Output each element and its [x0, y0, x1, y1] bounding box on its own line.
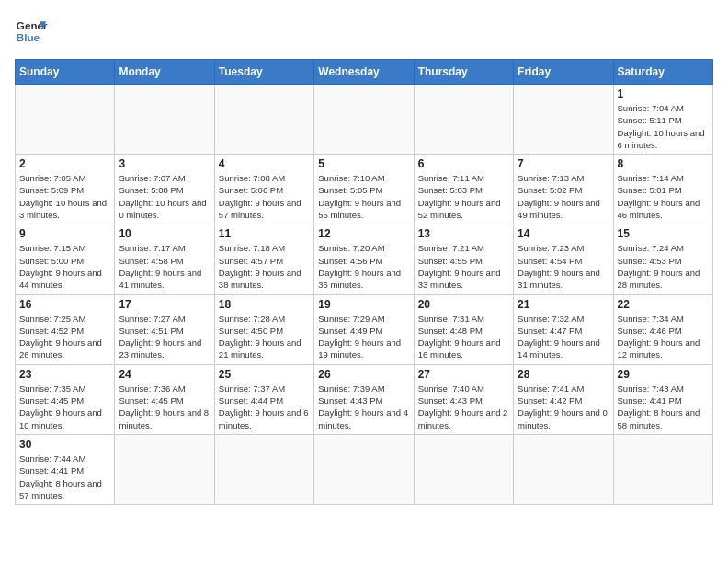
day-info: Sunrise: 7:37 AM Sunset: 4:44 PM Dayligh… — [219, 383, 310, 431]
day-number: 9 — [19, 227, 110, 240]
day-cell: 16Sunrise: 7:25 AM Sunset: 4:52 PM Dayli… — [16, 294, 115, 364]
day-info: Sunrise: 7:25 AM Sunset: 4:52 PM Dayligh… — [19, 313, 110, 362]
week-row-2: 2Sunrise: 7:05 AM Sunset: 5:09 PM Daylig… — [16, 155, 713, 224]
day-cell — [214, 85, 313, 155]
day-number: 28 — [518, 368, 609, 381]
day-cell: 17Sunrise: 7:27 AM Sunset: 4:51 PM Dayli… — [115, 294, 214, 364]
day-cell: 15Sunrise: 7:24 AM Sunset: 4:53 PM Dayli… — [613, 224, 712, 294]
calendar-body: 1Sunrise: 7:04 AM Sunset: 5:11 PM Daylig… — [16, 85, 713, 505]
day-cell: 29Sunrise: 7:43 AM Sunset: 4:41 PM Dayli… — [613, 364, 712, 434]
weekday-header-sunday: Sunday — [16, 60, 115, 85]
weekday-header-row: SundayMondayTuesdayWednesdayThursdayFrid… — [16, 60, 713, 85]
day-info: Sunrise: 7:29 AM Sunset: 4:49 PM Dayligh… — [318, 313, 409, 362]
day-info: Sunrise: 7:21 AM Sunset: 4:55 PM Dayligh… — [418, 242, 509, 291]
day-cell — [115, 434, 214, 504]
day-number: 7 — [518, 157, 609, 170]
day-info: Sunrise: 7:40 AM Sunset: 4:43 PM Dayligh… — [418, 383, 509, 431]
day-cell — [514, 434, 613, 504]
day-number: 21 — [518, 298, 609, 311]
day-info: Sunrise: 7:32 AM Sunset: 4:47 PM Dayligh… — [518, 313, 609, 362]
day-info: Sunrise: 7:05 AM Sunset: 5:09 PM Dayligh… — [19, 172, 110, 221]
day-number: 4 — [219, 157, 310, 170]
day-number: 1 — [618, 87, 709, 100]
weekday-header-wednesday: Wednesday — [314, 60, 414, 85]
day-info: Sunrise: 7:13 AM Sunset: 5:02 PM Dayligh… — [518, 172, 609, 221]
day-number: 30 — [19, 438, 110, 451]
day-number: 14 — [518, 227, 609, 240]
day-info: Sunrise: 7:27 AM Sunset: 4:51 PM Dayligh… — [119, 313, 210, 362]
day-info: Sunrise: 7:08 AM Sunset: 5:06 PM Dayligh… — [219, 172, 310, 221]
day-cell: 1Sunrise: 7:04 AM Sunset: 5:11 PM Daylig… — [613, 85, 712, 155]
logo: General Blue — [15, 15, 48, 48]
week-row-4: 16Sunrise: 7:25 AM Sunset: 4:52 PM Dayli… — [16, 294, 713, 364]
day-info: Sunrise: 7:35 AM Sunset: 4:45 PM Dayligh… — [19, 383, 110, 431]
day-number: 15 — [618, 227, 709, 240]
day-number: 27 — [418, 368, 509, 381]
week-row-3: 9Sunrise: 7:15 AM Sunset: 5:00 PM Daylig… — [16, 224, 713, 294]
day-cell: 18Sunrise: 7:28 AM Sunset: 4:50 PM Dayli… — [214, 294, 313, 364]
day-info: Sunrise: 7:04 AM Sunset: 5:11 PM Dayligh… — [618, 102, 709, 151]
header: General Blue — [15, 15, 713, 48]
day-info: Sunrise: 7:28 AM Sunset: 4:50 PM Dayligh… — [219, 313, 310, 362]
day-info: Sunrise: 7:20 AM Sunset: 4:56 PM Dayligh… — [318, 242, 409, 291]
day-number: 25 — [219, 368, 310, 381]
day-info: Sunrise: 7:34 AM Sunset: 4:46 PM Dayligh… — [618, 313, 709, 362]
day-number: 2 — [19, 157, 110, 170]
day-cell: 2Sunrise: 7:05 AM Sunset: 5:09 PM Daylig… — [16, 155, 115, 224]
weekday-header-thursday: Thursday — [414, 60, 513, 85]
day-info: Sunrise: 7:43 AM Sunset: 4:41 PM Dayligh… — [618, 383, 709, 431]
day-info: Sunrise: 7:39 AM Sunset: 4:43 PM Dayligh… — [318, 383, 409, 431]
day-number: 26 — [318, 368, 409, 381]
day-info: Sunrise: 7:24 AM Sunset: 4:53 PM Dayligh… — [618, 242, 709, 291]
weekday-header-friday: Friday — [514, 60, 613, 85]
day-info: Sunrise: 7:17 AM Sunset: 4:58 PM Dayligh… — [119, 242, 210, 291]
day-info: Sunrise: 7:36 AM Sunset: 4:45 PM Dayligh… — [119, 383, 210, 431]
day-info: Sunrise: 7:11 AM Sunset: 5:03 PM Dayligh… — [418, 172, 509, 221]
day-number: 13 — [418, 227, 509, 240]
week-row-6: 30Sunrise: 7:44 AM Sunset: 4:41 PM Dayli… — [16, 434, 713, 504]
week-row-5: 23Sunrise: 7:35 AM Sunset: 4:45 PM Dayli… — [16, 364, 713, 434]
day-cell: 14Sunrise: 7:23 AM Sunset: 4:54 PM Dayli… — [514, 224, 613, 294]
week-row-1: 1Sunrise: 7:04 AM Sunset: 5:11 PM Daylig… — [16, 85, 713, 155]
day-number: 24 — [119, 368, 210, 381]
day-number: 16 — [19, 298, 110, 311]
day-cell: 10Sunrise: 7:17 AM Sunset: 4:58 PM Dayli… — [115, 224, 214, 294]
day-cell: 26Sunrise: 7:39 AM Sunset: 4:43 PM Dayli… — [314, 364, 414, 434]
day-cell: 8Sunrise: 7:14 AM Sunset: 5:01 PM Daylig… — [613, 155, 712, 224]
calendar: SundayMondayTuesdayWednesdayThursdayFrid… — [15, 59, 713, 505]
day-number: 8 — [618, 157, 709, 170]
logo-icon: General Blue — [15, 15, 48, 48]
day-cell: 24Sunrise: 7:36 AM Sunset: 4:45 PM Dayli… — [115, 364, 214, 434]
day-cell — [314, 434, 414, 504]
day-number: 29 — [618, 368, 709, 381]
day-cell — [414, 85, 513, 155]
day-number: 3 — [119, 157, 210, 170]
day-cell: 9Sunrise: 7:15 AM Sunset: 5:00 PM Daylig… — [16, 224, 115, 294]
day-info: Sunrise: 7:15 AM Sunset: 5:00 PM Dayligh… — [19, 242, 110, 291]
day-info: Sunrise: 7:23 AM Sunset: 4:54 PM Dayligh… — [518, 242, 609, 291]
day-cell: 11Sunrise: 7:18 AM Sunset: 4:57 PM Dayli… — [214, 224, 313, 294]
day-cell: 5Sunrise: 7:10 AM Sunset: 5:05 PM Daylig… — [314, 155, 414, 224]
day-cell: 7Sunrise: 7:13 AM Sunset: 5:02 PM Daylig… — [514, 155, 613, 224]
day-cell: 27Sunrise: 7:40 AM Sunset: 4:43 PM Dayli… — [414, 364, 513, 434]
weekday-header-tuesday: Tuesday — [214, 60, 313, 85]
day-number: 5 — [318, 157, 409, 170]
day-number: 20 — [418, 298, 509, 311]
day-number: 19 — [318, 298, 409, 311]
day-number: 23 — [19, 368, 110, 381]
day-info: Sunrise: 7:18 AM Sunset: 4:57 PM Dayligh… — [219, 242, 310, 291]
day-info: Sunrise: 7:41 AM Sunset: 4:42 PM Dayligh… — [518, 383, 609, 431]
day-number: 22 — [618, 298, 709, 311]
day-cell: 19Sunrise: 7:29 AM Sunset: 4:49 PM Dayli… — [314, 294, 414, 364]
day-cell: 25Sunrise: 7:37 AM Sunset: 4:44 PM Dayli… — [214, 364, 313, 434]
day-cell: 3Sunrise: 7:07 AM Sunset: 5:08 PM Daylig… — [115, 155, 214, 224]
day-number: 17 — [119, 298, 210, 311]
day-cell: 12Sunrise: 7:20 AM Sunset: 4:56 PM Dayli… — [314, 224, 414, 294]
day-info: Sunrise: 7:31 AM Sunset: 4:48 PM Dayligh… — [418, 313, 509, 362]
day-cell — [414, 434, 513, 504]
weekday-header-saturday: Saturday — [613, 60, 712, 85]
day-cell — [514, 85, 613, 155]
day-number: 11 — [219, 227, 310, 240]
day-cell: 28Sunrise: 7:41 AM Sunset: 4:42 PM Dayli… — [514, 364, 613, 434]
day-cell — [214, 434, 313, 504]
